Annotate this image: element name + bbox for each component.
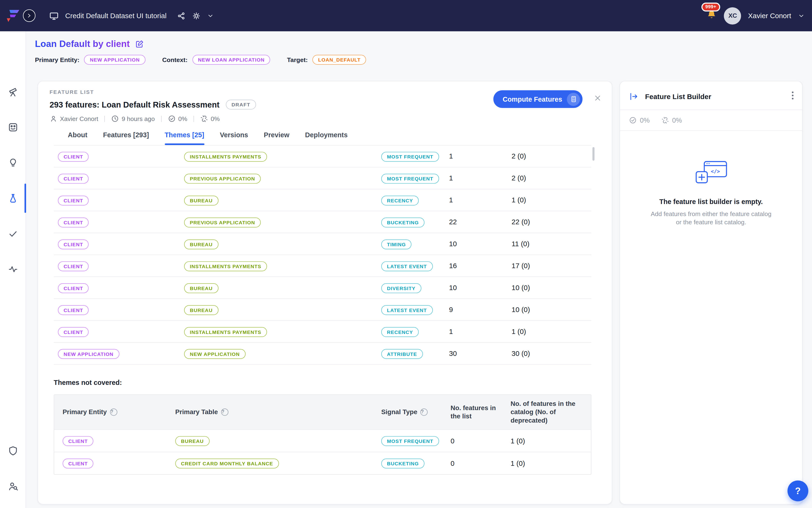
user-name[interactable]: Xavier Conort — [748, 12, 791, 19]
features-in-list-count: 1 — [449, 152, 511, 160]
features-in-catalog-count: 1 (0) — [510, 459, 591, 467]
topbar-user-area: 999+ XC Xavier Conort — [706, 0, 805, 31]
table-pill: CREDIT CARD MONTHLY BALANCE — [175, 459, 279, 468]
avatar[interactable]: XC — [724, 7, 741, 24]
flask-icon — [7, 193, 18, 203]
features-in-list-count: 0 — [451, 459, 510, 467]
table-row[interactable]: CLIENT CREDIT CARD MONTHLY BALANCE BUCKE… — [54, 452, 591, 474]
entity-pill: CLIENT — [58, 152, 89, 162]
sidebar-expand-toggle[interactable] — [23, 9, 35, 22]
table-pill: INSTALLMENTS PAYMENTS — [184, 327, 267, 337]
share-icon[interactable] — [177, 11, 186, 20]
compute-features-label: Compute Features — [503, 95, 562, 103]
table-row[interactable]: CLIENT INSTALLMENTS PAYMENTS LATEST EVEN… — [54, 255, 591, 277]
entity-pill: CLIENT — [58, 305, 89, 315]
features-in-list-count: 0 — [451, 437, 510, 444]
builder-insert-icon — [629, 92, 638, 101]
gear-icon[interactable] — [192, 11, 201, 20]
sidebar-item-user-search[interactable] — [0, 476, 26, 497]
column-features-in-list: No. features in the list — [451, 404, 502, 421]
clock-icon — [111, 115, 119, 123]
app-root: Credit Default Dataset UI tutorial 999+ … — [0, 0, 812, 508]
table-pill: BUREAU — [184, 283, 218, 293]
sidebar-item-monitoring[interactable] — [0, 259, 26, 280]
compute-features-button[interactable]: Compute Features — [493, 90, 583, 108]
unlink-icon — [661, 116, 669, 124]
edit-icon[interactable] — [135, 40, 144, 49]
table-pill: PREVIOUS APPLICATION — [184, 173, 261, 183]
tab-versions[interactable]: Versions — [220, 131, 248, 145]
column-signal-type: Signal Type — [381, 408, 417, 416]
close-icon[interactable] — [593, 94, 602, 102]
unlink-icon — [200, 115, 208, 123]
features-in-catalog-count: 11 (0) — [512, 240, 591, 248]
themes-not-covered-heading: Themes not covered: — [54, 379, 612, 386]
builder-empty-line2: or the feature list catalog. — [636, 218, 786, 227]
feature-list-tabs: About Features [293] Themes [25] Version… — [68, 131, 600, 145]
feature-list-card: FEATURE LIST 293 features: Loan Default … — [38, 81, 612, 504]
context-label: Context: — [162, 56, 188, 64]
sidebar-item-explore[interactable] — [0, 81, 26, 102]
help-button[interactable]: ? — [787, 480, 808, 501]
tab-features[interactable]: Features [293] — [103, 131, 149, 145]
target-pill[interactable]: LOAN_DEFAULT — [312, 55, 366, 65]
table-pill: BUREAU — [184, 195, 218, 205]
table-pill: PREVIOUS APPLICATION — [184, 217, 261, 227]
help-icon[interactable] — [110, 409, 117, 416]
page-title: Loan Default by client — [35, 39, 130, 49]
entity-pill: CLIENT — [58, 217, 89, 227]
check-circle-icon — [629, 116, 637, 124]
chevron-down-icon[interactable] — [207, 12, 214, 19]
tab-preview[interactable]: Preview — [264, 131, 289, 145]
tab-about[interactable]: About — [68, 131, 87, 145]
table-body: CLIENT BUREAU MOST FREQUENT 0 1 (0) CLIE… — [54, 429, 591, 474]
sidebar-item-approvals[interactable] — [0, 223, 26, 244]
table-row[interactable]: CLIENT BUREAU RECENCY 1 1 (0) — [54, 189, 591, 211]
features-in-catalog-count: 1 (0) — [512, 328, 591, 335]
table-row[interactable]: CLIENT BUREAU LATEST EVENT 9 10 (0) — [54, 299, 591, 321]
empty-builder-illustration: </> — [636, 160, 786, 185]
telescope-icon — [7, 87, 18, 97]
sidebar-item-insights[interactable] — [0, 152, 26, 173]
table-row[interactable]: NEW APPLICATION NEW APPLICATION ATTRIBUT… — [54, 343, 591, 365]
features-in-catalog-count: 10 (0) — [512, 306, 591, 313]
table-row[interactable]: CLIENT BUREAU DIVERSITY 10 10 (0) — [54, 277, 591, 299]
tab-deployments[interactable]: Deployments — [305, 131, 348, 145]
table-row[interactable]: CLIENT INSTALLMENTS PAYMENTS RECENCY 1 1… — [54, 321, 591, 343]
sidebar-item-semantics[interactable] — [0, 117, 26, 137]
user-menu-chevron-icon[interactable] — [798, 12, 805, 19]
chevron-right-icon — [26, 12, 33, 19]
table-row[interactable]: CLIENT BUREAU MOST FREQUENT 0 1 (0) — [54, 429, 591, 452]
signal-pill: LATEST EVENT — [381, 261, 433, 271]
table-row[interactable]: CLIENT BUREAU TIMING 10 11 (0) — [54, 233, 591, 255]
kebab-menu-icon[interactable] — [791, 90, 795, 103]
entity-pill: CLIENT — [58, 261, 89, 271]
features-in-catalog-count: 30 (0) — [512, 349, 591, 357]
themes-covered-table: CLIENT INSTALLMENTS PAYMENTS MOST FREQUE… — [54, 145, 591, 365]
monitor-icon — [49, 11, 59, 20]
sidebar-item-governance[interactable] — [0, 440, 26, 461]
unlink-percent: 0% — [211, 115, 220, 122]
builder-progress: 0% 0% — [620, 110, 802, 130]
shield-icon — [7, 446, 18, 456]
signal-pill: RECENCY — [381, 327, 419, 337]
primary-entity-pill[interactable]: NEW APPLICATION — [84, 55, 145, 65]
help-icon[interactable] — [420, 409, 428, 416]
svg-text:</>: </> — [711, 168, 720, 174]
table-row[interactable]: CLIENT PREVIOUS APPLICATION BUCKETING 22… — [54, 211, 591, 233]
notifications-icon[interactable]: 999+ — [706, 9, 717, 22]
entity-pill: CLIENT — [58, 173, 89, 183]
builder-unlink-percent: 0% — [672, 116, 682, 124]
features-in-list-count: 10 — [449, 240, 511, 248]
table-scrollbar[interactable] — [592, 147, 595, 161]
entity-pill: CLIENT — [62, 436, 93, 446]
sidebar-item-feature-lists[interactable] — [0, 188, 26, 209]
context-pill[interactable]: NEW LOAN APPLICATION — [192, 55, 270, 65]
signal-pill: MOST FREQUENT — [381, 436, 439, 446]
tab-themes[interactable]: Themes [25] — [165, 131, 204, 145]
featurebyte-logo[interactable] — [5, 8, 21, 26]
table-row[interactable]: CLIENT PREVIOUS APPLICATION MOST FREQUEN… — [54, 167, 591, 189]
help-icon[interactable] — [221, 409, 228, 416]
table-row[interactable]: CLIENT INSTALLMENTS PAYMENTS MOST FREQUE… — [54, 145, 591, 167]
project-selector[interactable]: Credit Default Dataset UI tutorial — [49, 0, 214, 31]
